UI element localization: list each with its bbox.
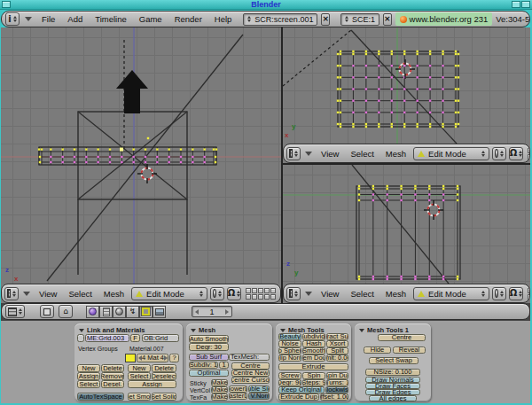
screen-delete-button[interactable]: ×: [321, 13, 330, 26]
viewport-type-button[interactable]: [4, 287, 19, 300]
vertcol-make-button[interactable]: Make: [211, 386, 228, 393]
panel-collapse-icon[interactable]: [359, 329, 364, 332]
window-type-button[interactable]: [5, 305, 25, 318]
material-help-button[interactable]: ?: [169, 354, 179, 362]
clockwise-toggle[interactable]: Clockwise: [325, 386, 348, 393]
layer-toggle[interactable]: [528, 154, 530, 160]
draw-normals-toggle[interactable]: Draw Normals: [365, 377, 420, 383]
centre-button[interactable]: Centre: [231, 362, 270, 370]
viewport-type-button[interactable]: [286, 287, 301, 300]
material-select-button[interactable]: Select: [128, 372, 151, 380]
panel-align-button[interactable]: [40, 305, 54, 318]
material-deselect-button[interactable]: Deselect: [152, 372, 176, 380]
sticky-make-button[interactable]: Make: [211, 379, 228, 386]
view-menu[interactable]: View: [35, 289, 61, 299]
panel-collapse-ic on[interactable]: [191, 329, 196, 332]
select-menu[interactable]: Select: [346, 289, 378, 299]
draw-edges-toggle[interactable]: Draw Edges: [365, 389, 420, 395]
centre-cursor-button[interactable]: Centre Cursor: [231, 377, 270, 384]
nsize-field[interactable]: NSize: 0.100: [365, 369, 420, 376]
rem-doubles-button[interactable]: Rem Doub: [302, 354, 325, 362]
draw-type-button[interactable]: [492, 147, 506, 160]
vgroup-deselect-button[interactable]: Desel.: [101, 380, 124, 388]
mode-dropdown[interactable]: Edit Mode: [131, 287, 207, 300]
draw-type-button[interactable]: [492, 287, 506, 300]
slower-draw-button[interactable]: SlowerDr: [229, 386, 247, 393]
extrude-button[interactable]: Extrude: [278, 363, 348, 370]
logic-context-button[interactable]: [86, 306, 99, 318]
view-menu[interactable]: View: [317, 149, 343, 159]
scene-selector[interactable]: SCE:1: [340, 13, 379, 26]
split-button[interactable]: Split: [326, 347, 348, 354]
layer-toggle[interactable]: [280, 294, 281, 300]
menu-render[interactable]: Render: [170, 14, 207, 24]
hide-button[interactable]: Hide: [364, 347, 391, 354]
smooth-button[interactable]: Smooth: [302, 347, 325, 354]
hash-button[interactable]: Hash: [302, 340, 325, 347]
mode-dropdown[interactable]: Edit Mode: [413, 287, 489, 300]
view-menu[interactable]: View: [317, 289, 343, 299]
window-type-button[interactable]: i: [5, 12, 20, 26]
mesh-menu[interactable]: Mesh: [381, 289, 411, 299]
subdiv-render-field[interactable]: 1: [219, 362, 229, 369]
optimal-toggle[interactable]: Optimal: [189, 370, 229, 377]
texface-make-button[interactable]: Make: [211, 393, 228, 401]
shading-context-button[interactable]: [113, 306, 126, 318]
layer-toggle[interactable]: [264, 288, 270, 293]
menu-game[interactable]: Game: [135, 14, 167, 24]
viewport-top-canvas[interactable]: yx: [283, 27, 530, 144]
menu-timeline[interactable]: Timeline: [90, 14, 131, 24]
faster-draw-button[interactable]: FasterDr: [229, 393, 247, 400]
steps-field[interactable]: Steps: 9: [302, 379, 325, 386]
layer-toggle[interactable]: [258, 294, 263, 300]
scene-context-button[interactable]: [153, 306, 166, 318]
keep-original-toggle[interactable]: Keep Original: [278, 386, 325, 393]
pivot-button[interactable]: Ω: [227, 287, 241, 300]
header-collapse-icon[interactable]: [23, 292, 30, 296]
no-vnormal-toggle[interactable]: No V.Normal: [248, 393, 270, 400]
layer-toggle[interactable]: [528, 148, 530, 153]
set-smooth-button[interactable]: Set Smoo: [128, 393, 151, 401]
decrement-icon[interactable]: [195, 309, 199, 315]
menu-file[interactable]: File: [37, 14, 59, 24]
material-index-spinner[interactable]: 4 Mat 4: [137, 354, 168, 362]
mesh-browse-button[interactable]: [77, 334, 84, 342]
layer-toggle[interactable]: [528, 288, 530, 293]
layer-toggle[interactable]: [264, 294, 270, 300]
layer-toggle[interactable]: [258, 288, 263, 293]
material-color-swatch[interactable]: [125, 354, 136, 362]
layer-buttons[interactable]: [528, 288, 530, 300]
home-button[interactable]: ⌂: [59, 305, 73, 318]
viewport-type-button[interactable]: [286, 147, 301, 160]
select-menu[interactable]: Select: [64, 289, 96, 299]
vgroup-remove-button[interactable]: Remove: [101, 372, 124, 380]
to-sphere-button[interactable]: To Sphere: [278, 347, 301, 354]
layer-toggle[interactable]: [270, 288, 276, 293]
degr-field[interactable]: Degr: 30: [189, 343, 229, 351]
fract-sub-button[interactable]: Fract Sub: [326, 333, 348, 340]
set-solid-button[interactable]: Set Solid: [152, 393, 176, 401]
mesh-menu[interactable]: Mesh: [99, 289, 129, 299]
header-collapse-icon[interactable]: [305, 292, 312, 296]
vgroup-assign-button[interactable]: Assign: [77, 372, 100, 380]
spin-dup-button[interactable]: Spin Dup: [326, 372, 348, 379]
limit-field[interactable]: Limit: 0.001: [326, 354, 348, 362]
auto-smooth-toggle[interactable]: Auto Smooth: [189, 335, 229, 343]
layer-toggle[interactable]: [528, 294, 530, 300]
layer-toggle[interactable]: [252, 288, 257, 293]
spin-button[interactable]: Spin: [302, 372, 325, 379]
screw-button[interactable]: Screw: [278, 372, 301, 379]
draw-type-button[interactable]: [210, 287, 224, 300]
reveal-button[interactable]: Reveal: [393, 347, 426, 354]
vgroup-delete-button[interactable]: Delete: [101, 364, 124, 372]
beauty-toggle[interactable]: Beauty: [278, 333, 301, 340]
select-menu[interactable]: Select: [346, 149, 378, 159]
increment-icon[interactable]: [164, 355, 168, 361]
select-swap-button[interactable]: Select Swap: [369, 357, 419, 364]
draw-faces-toggle[interactable]: Draw Faces: [365, 383, 420, 389]
autotexspace-toggle[interactable]: AutoTexSpace: [77, 393, 124, 401]
layer-toggle[interactable]: [252, 294, 257, 300]
centre-button[interactable]: Centre: [378, 334, 426, 341]
screen-selector[interactable]: SCR:screen.001: [243, 13, 317, 26]
centre-new-button[interactable]: Centre New: [231, 370, 270, 377]
